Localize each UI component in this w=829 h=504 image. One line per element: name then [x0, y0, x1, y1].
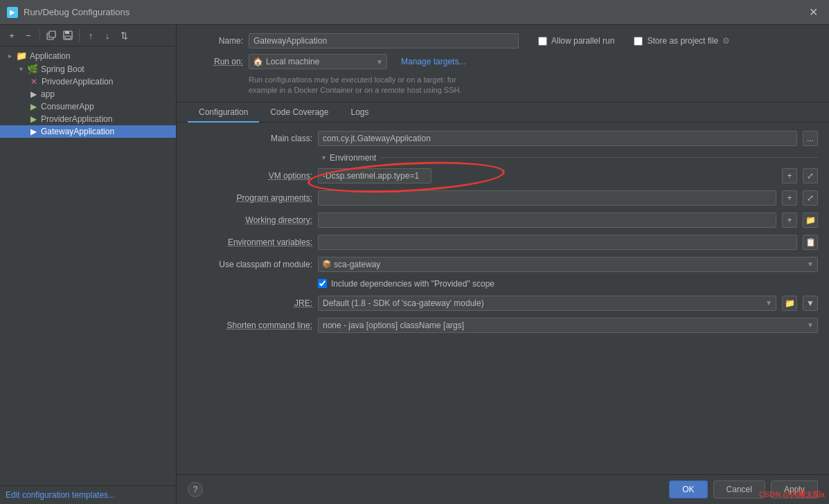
sidebar-item-gatewayapplication[interactable]: ▶ GatewayApplication — [0, 125, 176, 138]
jre-dropdown-wrap: Default (1.8 - SDK of 'sca-gateway' modu… — [318, 296, 776, 311]
name-label: Name: — [188, 36, 243, 46]
env-vars-label: Environment variables: — [188, 237, 312, 247]
save-config-button[interactable] — [60, 28, 75, 43]
env-section-arrow: ▾ — [322, 154, 326, 161]
help-button[interactable]: ? — [188, 482, 203, 497]
vm-options-add-button[interactable]: + — [782, 168, 797, 183]
vm-options-container — [318, 168, 776, 183]
working-dir-label: Working directory: — [188, 215, 312, 225]
title-bar-left: ▶ Run/Debug Configurations — [7, 7, 130, 18]
sidebar-item-spring-boot[interactable]: ▾ 🌿 Spring Boot — [0, 62, 176, 75]
name-input[interactable] — [249, 33, 519, 48]
env-vars-edit-button[interactable]: 📋 — [803, 235, 818, 250]
run-on-label: Run on: — [188, 57, 243, 66]
top-fields: Name: Allow parallel run Store as projec… — [177, 25, 829, 102]
main-content: + − ↑ ↓ ⇅ ▸ 📁 App — [0, 25, 829, 504]
sidebar-footer: Edit configuration templates... — [0, 485, 176, 504]
sidebar-label-providerapplication: ProviderApplication — [41, 114, 112, 124]
main-class-input[interactable] — [318, 131, 797, 146]
svg-rect-1 — [49, 31, 55, 37]
close-button[interactable]: ✕ — [805, 4, 822, 20]
jre-browse-button[interactable]: 📁 — [782, 296, 797, 311]
gatewayapplication-icon: ▶ — [30, 127, 37, 136]
description-line2: example in a Docker Container or on a re… — [249, 86, 462, 94]
sort-button[interactable]: ⇅ — [116, 28, 132, 43]
working-dir-row: Working directory: + 📁 — [188, 213, 818, 228]
providerapplication-icon: ▶ — [30, 114, 37, 124]
toolbar-separator-2 — [79, 29, 80, 42]
remove-config-button[interactable]: − — [21, 28, 36, 43]
run-debug-dialog: ▶ Run/Debug Configurations ✕ + − ↑ ↓ ⇅ — [0, 0, 829, 504]
include-deps-label: Include dependencies with "Provided" sco… — [331, 279, 494, 289]
program-args-expand-button[interactable]: ⤢ — [803, 190, 818, 206]
store-as-project-label: Store as project file — [647, 36, 718, 46]
classpath-module-label: Use classpath of module: — [188, 260, 312, 269]
module-dropdown-wrap: 📦 sca-gateway ▼ — [318, 257, 818, 272]
env-vars-row: Environment variables: 📋 — [188, 235, 818, 250]
shorten-cmd-dropdown[interactable]: none - java [options] className [args] — [318, 318, 818, 333]
main-class-row: Main class: ... — [188, 131, 818, 146]
working-dir-folder-button[interactable]: 📁 — [803, 213, 818, 228]
app-icon: ▶ — [30, 89, 37, 99]
dialog-icon: ▶ — [7, 7, 18, 18]
jre-dropdown[interactable]: Default (1.8 - SDK of 'sca-gateway' modu… — [318, 296, 776, 311]
module-dropdown[interactable]: sca-gateway — [318, 257, 818, 272]
watermark: CSDN @闪耀太阳a — [759, 489, 825, 500]
gear-icon: ⚙ — [722, 36, 730, 46]
sidebar-item-application[interactable]: ▸ 📁 Application — [0, 49, 176, 62]
vm-options-row: VM options: + ⤢ — [188, 168, 818, 183]
privoder-app-icon: ✕ — [30, 77, 37, 87]
include-deps-checkbox[interactable] — [318, 279, 327, 288]
sidebar-item-privoder[interactable]: ✕ PrivoderApplication — [0, 75, 176, 88]
spring-boot-icon: 🌿 — [27, 64, 38, 74]
sidebar-label-consumerapp: ConsumerApp — [41, 102, 94, 111]
classpath-module-row: Use classpath of module: 📦 sca-gateway ▼ — [188, 257, 818, 272]
move-down-button[interactable]: ↓ — [100, 28, 115, 43]
description-line1: Run configurations may be executed local… — [249, 75, 456, 84]
cancel-button[interactable]: Cancel — [713, 480, 765, 498]
svg-rect-4 — [65, 36, 71, 39]
ok-button[interactable]: OK — [669, 480, 707, 498]
sidebar-item-app[interactable]: ▶ app — [0, 88, 176, 100]
manage-targets-link[interactable]: Manage targets... — [401, 57, 465, 66]
sidebar-label-app: app — [41, 89, 55, 99]
vm-options-expand-button[interactable]: ⤢ — [803, 168, 818, 183]
program-args-label: Program arguments: — [188, 193, 312, 203]
name-row: Name: Allow parallel run Store as projec… — [188, 33, 818, 48]
sidebar-item-consumerapp[interactable]: ▶ ConsumerApp — [0, 100, 176, 113]
working-dir-input[interactable] — [318, 213, 776, 228]
add-config-button[interactable]: + — [4, 28, 19, 43]
move-up-button[interactable]: ↑ — [83, 28, 98, 43]
run-on-dropdown-wrap: 🏠 Local machine ▼ — [249, 54, 387, 69]
env-vars-input[interactable] — [318, 235, 797, 250]
allow-parallel-checkbox[interactable] — [538, 37, 547, 46]
vm-options-input[interactable] — [318, 168, 431, 183]
vm-options-label: VM options: — [188, 171, 312, 181]
svg-rect-3 — [65, 31, 69, 34]
tree-arrow-application: ▸ — [8, 52, 12, 60]
jre-dropdown-btn[interactable]: ▼ — [803, 296, 818, 311]
program-args-add-button[interactable]: + — [782, 190, 797, 206]
dialog-title: Run/Debug Configurations — [24, 7, 130, 17]
jre-label: JRE: — [188, 298, 312, 308]
main-class-browse-button[interactable]: ... — [803, 131, 818, 146]
working-dir-add-button[interactable]: + — [782, 213, 797, 228]
run-on-row: Run on: 🏠 Local machine ▼ Manage targets… — [188, 54, 818, 69]
run-on-dropdown[interactable]: Local machine — [249, 54, 387, 69]
copy-config-button[interactable] — [44, 28, 59, 43]
tab-code-coverage[interactable]: Code Coverage — [259, 102, 339, 123]
sidebar: + − ↑ ↓ ⇅ ▸ 📁 App — [0, 25, 177, 504]
include-deps-row: Include dependencies with "Provided" sco… — [318, 279, 818, 289]
bottom-bar: ? OK Cancel Apply — [177, 474, 829, 504]
store-as-project-checkbox[interactable] — [634, 37, 643, 46]
description-text: Run configurations may be executed local… — [249, 75, 818, 96]
shorten-cmd-row: Shorten command line: none - java [optio… — [188, 318, 818, 333]
tab-configuration[interactable]: Configuration — [188, 102, 259, 123]
toolbar-separator-1 — [39, 29, 40, 42]
program-args-input[interactable] — [318, 190, 776, 206]
allow-parallel-row: Allow parallel run — [538, 36, 614, 46]
tab-logs[interactable]: Logs — [339, 102, 380, 123]
edit-templates-link[interactable]: Edit configuration templates... — [6, 490, 115, 500]
sidebar-item-providerapplication[interactable]: ▶ ProviderApplication — [0, 113, 176, 125]
title-bar: ▶ Run/Debug Configurations ✕ — [0, 0, 829, 25]
